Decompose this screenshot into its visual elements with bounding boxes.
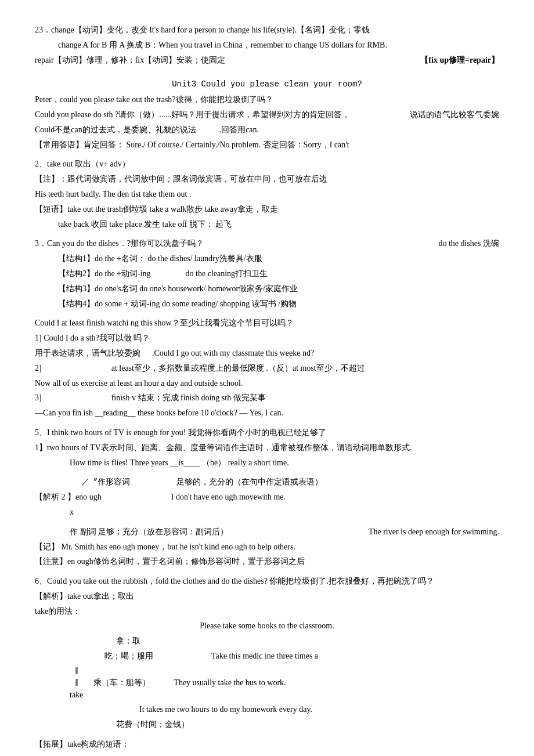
item2-atleast: 2] at least至少，多指数量或程度上的最低限度 .（反）at most至…	[35, 361, 499, 375]
finish-example: —Can you fin ish __reading__ these books…	[35, 406, 499, 420]
adj-section: ／〞作形容词 足够的，充分的（在句中作定语或表语）	[35, 475, 499, 489]
item3-now: Now all of us exercise at least an hour …	[35, 377, 499, 390]
take-phrases: take back 收回 take place 发生 take off 脱下： …	[35, 218, 499, 231]
please-take: Please take some books to the classroom.	[35, 619, 499, 633]
struct4: 【结构4】do some + 动词-ing do some reading/ s…	[35, 297, 499, 311]
struct3: 【结构3】do one's名词 do one's housework/ home…	[35, 282, 499, 296]
section23-line1: 23．change【动词】变化，改变 It's hard for a perso…	[35, 23, 499, 37]
record: 【记】 Mr. Smith has eno ugh money，but he i…	[35, 540, 499, 554]
section23-line2: change A for B 用 A 换成 B：When you travel …	[35, 38, 499, 52]
item5-1: 1】two hours of TV表示时间、距离、金额、度量等词语作主语时，通常…	[35, 441, 499, 455]
take-chi: 吃；喝；服用 Take this medic ine three times a	[70, 649, 499, 663]
how-time: How time is flies! Three years __is____ …	[35, 456, 499, 470]
item3: 3．Can you do the dishes．?那你可以洗盘子吗？ do th…	[35, 237, 499, 251]
section23-line3: repair【动词】修理，修补；fix【动词】安装；使固定 【fix up修理=…	[35, 53, 499, 67]
could-least: Could I at least finish watchi ng this s…	[35, 316, 499, 330]
unit3-line2: Could you please do sth ?请你（做）......好吗？用…	[35, 108, 499, 122]
could-usage: 用于表达请求，语气比较委婉 .Could I go out with my cl…	[35, 346, 499, 360]
take-usage: take的用法：	[35, 605, 499, 618]
unit3-title: Unit3 Could you please clean your room?	[35, 77, 499, 92]
item1-could: 1] Could I do a sth?我可以做 吗？	[35, 331, 499, 345]
item6: 6、Could you take out the rubbish，fold th…	[35, 574, 499, 588]
explain-takeout: 【解析】take out拿出；取出	[35, 589, 499, 603]
take-na: 拿；取	[70, 634, 499, 648]
take-cheng: ‖‖ take 乘（车：船等） They usually take the bu…	[70, 664, 499, 702]
item5: 5、I think two hours of TV is enough for …	[35, 426, 499, 440]
note-example: His teeth hurt badly. The den tist take …	[35, 187, 499, 201]
unit3-line3: Could不是can的过去式，是委婉、礼貌的说法 .回答用can.	[35, 123, 499, 137]
unit3-line1: Peter，could you please take out the tras…	[35, 93, 499, 107]
explain2: 【解析 2 】eno ugh I don't have eno ugh moye…	[35, 490, 499, 504]
expand: 【拓展】take构成的短语：	[35, 737, 499, 751]
item3-finish: 3] finish v 结束；完成 finish doing sth 做完某事	[35, 391, 499, 405]
struct2: 【结构2】do the +动词-ing do the cleaning打扫卫生	[35, 267, 499, 281]
note-title: 【注】：跟代词做宾语，代词放中间；跟名词做宾语，可放在中间，也可放在后边	[35, 172, 499, 186]
take-ittakes: It takes me two hours to do my homework …	[70, 703, 499, 717]
item2-title: 2、take out 取出（v+ adv）	[35, 157, 499, 171]
adv-section: 作 副词 足够；充分（放在形容词：副词后） The river is deep …	[35, 525, 499, 539]
short-phrase: 【短语】take out the trash倒垃圾 take a walk散步 …	[35, 202, 499, 216]
struct1: 【结构1】do the +名词： do the dishes/ laundry洗…	[35, 252, 499, 266]
take-huafei: 花费（时间；金钱）	[70, 718, 499, 732]
note-enough: 【注意】en ough修饰名词时，置于名词前；修饰形容词时，置于形容词之后	[35, 555, 499, 569]
unit3-common: 【常用答语】肯定回答： Sure./ Of course./ Certainly…	[35, 138, 499, 152]
page-content: 23．change【动词】变化，改变 It's hard for a perso…	[35, 23, 499, 756]
x-note: x	[35, 505, 499, 519]
take-meanings: 拿；取 吃；喝；服用 Take this medic ine three tim…	[35, 634, 499, 732]
